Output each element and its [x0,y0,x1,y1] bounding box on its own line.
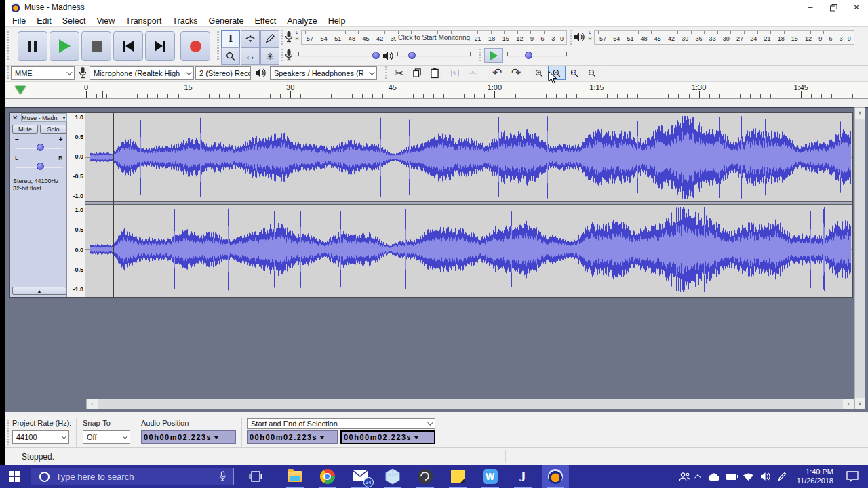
vertical-scrollbar[interactable]: ∧ ∨ [854,107,865,409]
menu-item[interactable]: Edit [37,16,52,26]
playback-volume-thumb[interactable] [408,52,416,59]
taskbar-chrome[interactable] [314,465,341,488]
audio-position-field[interactable]: 00h00m02.223s [141,430,236,444]
menu-item[interactable]: Analyze [287,16,317,26]
draw-tool-button[interactable] [260,30,279,47]
pause-button[interactable] [18,31,47,61]
recording-volume-thumb[interactable] [372,52,380,59]
minimize-button[interactable]: – [799,1,822,14]
wifi-icon[interactable] [743,472,754,481]
track-viewport[interactable]: ✕ Muse - Madn ▼ Mute Solo – + L R [5,107,868,412]
toolbar-grip[interactable] [479,49,481,62]
playback-volume-slider[interactable] [397,50,471,61]
battery-icon[interactable] [726,474,736,480]
search-mic-icon[interactable] [219,471,226,482]
onedrive-cloud-icon[interactable] [707,472,720,481]
toolbar-grip[interactable] [570,30,572,45]
timeline-pin-icon[interactable] [15,86,26,94]
playback-device-select[interactable]: Speakers / Headphones (R [270,66,377,80]
project-rate-select[interactable]: 44100 [12,430,69,444]
time-format-arrow-icon[interactable] [414,436,419,442]
timeshift-tool-button[interactable]: ↔ [241,47,260,65]
pen-icon[interactable] [777,472,787,482]
track-title-menu[interactable]: Muse - Madn ▼ [21,113,67,122]
pan-slider[interactable] [16,161,63,172]
playback-speed-thumb[interactable] [525,52,532,59]
taskbar-j-app[interactable]: J [509,465,536,488]
copy-button[interactable] [408,66,426,80]
playback-meter[interactable]: -57-54-51-48-45-42-39-36-33-30-27-24-21-… [594,30,854,45]
play-button[interactable] [50,31,79,61]
taskbar-file-explorer[interactable] [281,465,309,488]
menu-item[interactable]: View [96,16,115,26]
taskbar-3d-app[interactable] [379,465,406,488]
menu-item[interactable]: Generate [208,16,243,26]
mute-button[interactable]: Mute [12,125,38,134]
scroll-left-button[interactable]: ‹ [87,399,98,409]
selection-start-field[interactable]: 00h00m02.223s [247,430,338,444]
waveform-area[interactable] [85,113,852,297]
task-view-button[interactable] [242,465,269,488]
trim-audio-button[interactable] [446,66,464,80]
recording-channels-select[interactable]: 2 (Stereo) Recor [195,66,251,80]
toolbar-grip[interactable] [385,66,387,79]
scroll-right-button[interactable]: › [843,399,854,409]
menu-item[interactable]: Select [62,16,86,26]
toolbar-grip[interactable] [7,420,9,445]
toolbar-grip[interactable] [7,31,9,61]
scroll-up-button[interactable]: ∧ [855,108,865,119]
taskbar-clock[interactable]: 1:40 PM 11/26/2018 [797,468,833,485]
taskbar-mail[interactable]: 24 [347,465,374,488]
taskbar-w-app[interactable]: W [477,465,504,488]
paste-button[interactable] [426,66,443,80]
horizontal-scrollbar[interactable]: ‹ › [86,399,854,409]
close-button[interactable]: ✕ [845,1,868,14]
solo-button[interactable]: Solo [40,125,66,134]
track-close-button[interactable]: ✕ [12,114,18,121]
taskbar-audacity-active[interactable] [542,465,569,488]
timeline-ruler[interactable]: 01530451:001:151:301:45 [5,81,868,99]
selection-mode-select[interactable]: Start and End of Selection [247,418,435,429]
time-format-arrow-icon[interactable] [319,436,325,442]
selection-tool-button[interactable]: I [221,30,240,47]
undo-button[interactable]: ↶ [488,66,506,80]
taskbar-obs[interactable] [412,465,439,488]
people-icon[interactable] [679,472,690,482]
multi-tool-button[interactable]: ✳ [260,47,279,65]
stop-button[interactable] [81,31,111,61]
taskbar-search[interactable]: Type here to search [31,468,234,485]
recording-volume-slider[interactable] [298,50,377,61]
silence-audio-button[interactable] [464,66,481,80]
envelope-tool-button[interactable] [241,30,260,47]
menu-item[interactable]: Effect [255,16,277,26]
playback-speed-slider[interactable] [507,50,567,61]
time-format-arrow-icon[interactable] [214,436,219,442]
taskbar-sticky-notes[interactable] [444,465,471,488]
zoom-in-button[interactable] [530,66,548,80]
skip-to-start-button[interactable] [113,31,143,61]
record-button[interactable] [180,31,210,61]
toolbar-grip[interactable] [281,49,283,62]
volume-icon[interactable] [760,472,771,481]
skip-to-end-button[interactable] [145,31,175,61]
scroll-down-button[interactable]: ∨ [855,398,865,409]
menu-item[interactable]: Help [328,16,346,26]
toolbar-grip[interactable] [281,30,283,45]
restore-button[interactable] [822,1,845,14]
audio-host-select[interactable]: MME [11,66,75,80]
zoom-tool-button[interactable] [221,47,240,65]
fit-project-button[interactable] [583,66,601,80]
menu-item[interactable]: Tracks [172,16,197,26]
cut-button[interactable]: ✂ [391,66,408,80]
play-at-speed-button[interactable] [484,48,503,63]
pan-thumb[interactable] [37,163,44,170]
start-button[interactable] [9,471,20,482]
menu-item[interactable]: File [12,16,26,26]
gain-slider[interactable] [16,142,63,153]
tray-expand-icon[interactable] [696,474,701,479]
recording-device-select[interactable]: Microphone (Realtek High [90,66,194,80]
toolbar-grip[interactable] [217,31,219,61]
meter-monitor-hint[interactable]: Click to Start Monitoring [396,34,472,41]
track-collapse-button[interactable]: ▲ [12,287,66,295]
snap-to-select[interactable]: Off [83,430,130,444]
